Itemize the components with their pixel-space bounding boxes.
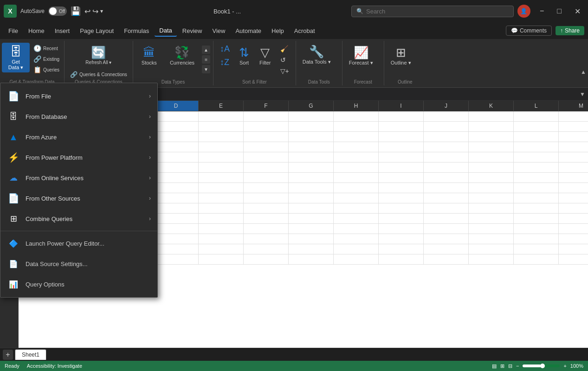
menu-review[interactable]: Review [178, 26, 207, 36]
zoom-out-icon[interactable]: − [516, 363, 519, 369]
cell-d3[interactable] [154, 132, 199, 142]
formula-expand-icon[interactable]: ▼ [580, 91, 585, 98]
filter-button[interactable]: ▽ Filter [256, 43, 274, 68]
add-sheet-button[interactable]: + [3, 350, 13, 360]
cell-e2[interactable] [199, 122, 244, 131]
user-avatar[interactable]: 👤 [517, 5, 530, 18]
comments-button[interactable]: 💬 Comments [506, 26, 552, 36]
sheet-tab-sheet1[interactable]: Sheet1 [15, 349, 46, 360]
cell-i1[interactable] [379, 111, 424, 121]
get-data-button[interactable]: 🗄 Get Data ▾ [2, 43, 30, 72]
data-types-scroll-up[interactable]: ▲ [202, 46, 210, 54]
cell-h4[interactable] [334, 142, 379, 152]
currencies-button[interactable]: 💱 Currencies [164, 43, 200, 68]
advanced-filter-button[interactable]: ▽+ [278, 66, 292, 76]
minimize-button[interactable]: − [536, 5, 548, 17]
cell-f1[interactable] [244, 111, 289, 121]
menu-insert[interactable]: Insert [50, 26, 75, 36]
forecast-button[interactable]: 📈 Forecast ▾ [345, 43, 377, 69]
queries-small-button[interactable]: 📋 Queries [31, 65, 62, 74]
cell-g1[interactable] [289, 111, 334, 121]
dropdown-item-from-azure[interactable]: ▲ From Azure › [0, 127, 157, 147]
outline-button[interactable]: ⊞ Outline ▾ [387, 43, 415, 69]
cell-k1[interactable] [469, 111, 514, 121]
dropdown-item-launch-pq[interactable]: 🔷 Launch Power Query Editor... [0, 233, 157, 254]
menu-view[interactable]: View [207, 26, 230, 36]
cell-f2[interactable] [244, 122, 289, 131]
dropdown-item-from-online-services[interactable]: ☁ From Online Services › [0, 168, 157, 188]
cell-m3[interactable] [559, 132, 588, 142]
search-bar[interactable]: 🔍 [351, 6, 514, 17]
cell-k3[interactable] [469, 132, 514, 142]
save-icon[interactable]: 💾 [71, 6, 81, 16]
stocks-button[interactable]: 🏛 Stocks [136, 43, 162, 68]
cell-d2[interactable] [154, 122, 199, 131]
menu-automate[interactable]: Automate [231, 26, 266, 36]
cell-g3[interactable] [289, 132, 334, 142]
maximize-button[interactable]: □ [553, 5, 565, 17]
sort-az-button[interactable]: ↕A [217, 43, 233, 55]
dropdown-item-data-source-settings[interactable]: 📄 Data Source Settings... [0, 254, 157, 274]
share-button[interactable]: ↑ Share [556, 26, 584, 35]
data-tools-button[interactable]: 🔧 Data Tools ▾ [299, 43, 335, 67]
cell-j4[interactable] [424, 142, 469, 152]
search-input[interactable] [366, 8, 487, 15]
dropdown-item-combine-queries[interactable]: ⊞ Combine Queries › [0, 208, 157, 229]
cell-d4[interactable] [154, 142, 199, 152]
cell-l1[interactable] [514, 111, 559, 121]
cell-j2[interactable] [424, 122, 469, 131]
menu-page-layout[interactable]: Page Layout [75, 26, 118, 36]
cell-f3[interactable] [244, 132, 289, 142]
close-button[interactable]: ✕ [571, 5, 584, 18]
menu-help[interactable]: Help [267, 26, 289, 36]
clear-filter-button[interactable]: 🧹 [278, 44, 292, 54]
ribbon-collapse-button[interactable]: ▲ [579, 67, 588, 77]
reapply-filter-button[interactable]: ↺ [278, 55, 292, 65]
undo-button[interactable]: ↩ [84, 7, 90, 16]
cell-j3[interactable] [424, 132, 469, 142]
cell-l3[interactable] [514, 132, 559, 142]
queries-connections-button[interactable]: 🔗 Queries & Connections [67, 70, 130, 79]
dropdown-item-from-file[interactable]: 📄 From File › [0, 86, 157, 106]
view-page-icon[interactable]: ⊞ [500, 363, 504, 369]
autosave-toggle[interactable]: Off [48, 7, 67, 16]
data-types-scroll-mid[interactable]: ≡ [202, 55, 210, 64]
menu-home[interactable]: Home [24, 26, 49, 36]
cell-m1[interactable] [559, 111, 588, 121]
zoom-slider-thumb[interactable] [540, 364, 545, 368]
cell-g2[interactable] [289, 122, 334, 131]
dropdown-item-from-database[interactable]: 🗄 From Database › [0, 106, 157, 127]
zoom-slider[interactable] [523, 364, 560, 367]
recent-sources-button[interactable]: 🕐 Recent [31, 44, 62, 53]
dropdown-item-from-other-sources[interactable]: 📄 From Other Sources › [0, 188, 157, 208]
sort-za-button[interactable]: ↕Z [217, 56, 233, 69]
menu-acrobat[interactable]: Acrobat [290, 26, 320, 36]
cell-e4[interactable] [199, 142, 244, 152]
dropdown-item-query-options[interactable]: 📊 Query Options [0, 274, 157, 294]
cell-h3[interactable] [334, 132, 379, 142]
cell-m4[interactable] [559, 142, 588, 152]
cell-h2[interactable] [334, 122, 379, 131]
existing-connections-button[interactable]: 🔗 Existing [31, 54, 62, 64]
redo-button[interactable]: ↪ [92, 7, 98, 16]
view-break-icon[interactable]: ⊟ [508, 363, 512, 369]
view-normal-icon[interactable]: ▤ [492, 363, 497, 369]
data-types-scroll-down[interactable]: ▼ [202, 65, 210, 73]
cell-g4[interactable] [289, 142, 334, 152]
cell-m2[interactable] [559, 122, 588, 131]
cell-l2[interactable] [514, 122, 559, 131]
menu-file[interactable]: File [4, 26, 23, 36]
cell-e1[interactable] [199, 111, 244, 121]
menu-data[interactable]: Data [155, 25, 176, 37]
cell-k4[interactable] [469, 142, 514, 152]
cell-i2[interactable] [379, 122, 424, 131]
cell-e3[interactable] [199, 132, 244, 142]
dropdown-item-from-power-platform[interactable]: ⚡ From Power Platform › [0, 147, 157, 168]
zoom-in-icon[interactable]: + [563, 363, 566, 369]
cell-i3[interactable] [379, 132, 424, 142]
cell-l4[interactable] [514, 142, 559, 152]
sort-button[interactable]: ⇅ Sort [235, 43, 253, 68]
cell-d1[interactable] [154, 111, 199, 121]
cell-j1[interactable] [424, 111, 469, 121]
refresh-all-button[interactable]: 🔄 Refresh All ▾ [82, 43, 115, 68]
